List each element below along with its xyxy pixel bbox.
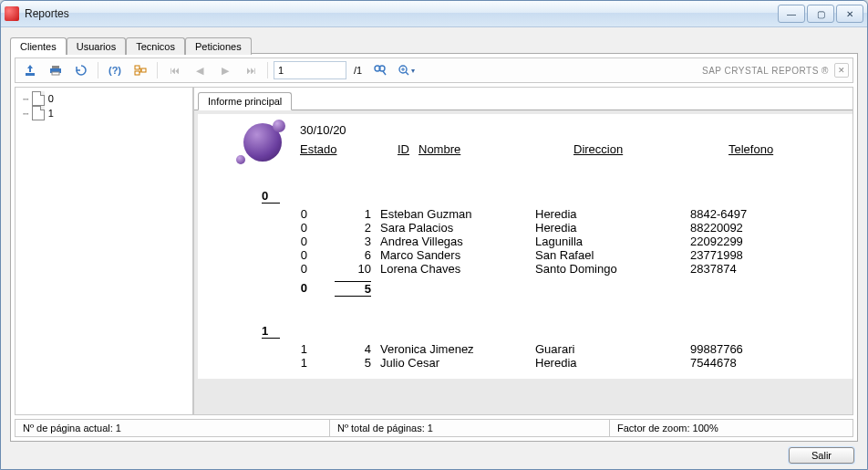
tab-peticiones[interactable]: Peticiones [185, 37, 252, 55]
table-row: 06Marco SandersSan Rafael23771998 [262, 248, 852, 262]
status-total-pages: Nº total de páginas: 1 [330, 420, 610, 436]
document-icon [32, 91, 45, 106]
group-header: 0 [262, 189, 280, 204]
client-area: Clientes Usuarios Tecnicos Peticiones (?… [1, 27, 867, 469]
table-row: 15Julio CesarHeredia7544678 [262, 356, 852, 370]
report-pane: Informe principal 30/10/20 Estado ID [193, 87, 853, 415]
salir-button[interactable]: Salir [789, 447, 854, 464]
params-icon[interactable]: (?) [104, 60, 126, 80]
svg-rect-4 [135, 66, 140, 69]
svg-rect-1 [52, 66, 59, 68]
page-count-label: /1 [354, 65, 362, 76]
group-subtotal: 0 5 [262, 281, 852, 297]
app-window: Reportes — ▢ ✕ Clientes Usuarios Tecnico… [0, 0, 868, 470]
first-page-icon[interactable]: ⏮ [163, 60, 185, 80]
table-row: 010Lorena ChavesSanto Domingo2837874 [262, 262, 852, 276]
refresh-icon[interactable] [70, 60, 92, 80]
report-page: 30/10/20 Estado ID Nombre Direccion Tele… [198, 114, 852, 379]
viewer-close-icon[interactable]: ✕ [834, 63, 849, 78]
svg-rect-6 [141, 68, 146, 72]
tab-clientes[interactable]: Clientes [10, 37, 67, 55]
svg-rect-0 [26, 73, 35, 76]
status-zoom: Factor de zoom: 100% [610, 420, 852, 436]
svg-line-11 [383, 71, 386, 75]
page-number-input[interactable] [274, 61, 346, 79]
main-tabs: Clientes Usuarios Tecnicos Peticiones [10, 37, 858, 54]
window-title: Reportes [25, 7, 778, 20]
group-header: 1 [262, 324, 280, 339]
print-icon[interactable] [45, 60, 67, 80]
prev-page-icon[interactable]: ◀ [189, 60, 211, 80]
close-button[interactable]: ✕ [836, 5, 863, 23]
status-bar: Nº de página actual: 1 Nº total de págin… [15, 419, 853, 437]
svg-rect-5 [135, 71, 140, 75]
column-headers: Estado ID Nombre Direccion Telefono [300, 142, 829, 156]
titlebar: Reportes — ▢ ✕ [1, 1, 867, 27]
status-current-page: Nº de página actual: 1 [16, 420, 330, 436]
maximize-button[interactable]: ▢ [807, 5, 834, 23]
table-row: 01Esteban GuzmanHeredia8842-6497 [262, 207, 852, 221]
svg-rect-3 [52, 72, 59, 75]
export-icon[interactable] [19, 60, 41, 80]
brand-label: SAP CRYSTAL REPORTS ® [702, 66, 829, 76]
report-viewport[interactable]: 30/10/20 Estado ID Nombre Direccion Tele… [194, 110, 852, 414]
last-page-icon[interactable]: ⏭ [240, 60, 262, 80]
document-icon [32, 106, 45, 120]
minimize-button[interactable]: — [778, 5, 805, 23]
table-row: 02Sara PalaciosHeredia88220092 [262, 221, 852, 235]
svg-line-13 [406, 72, 408, 75]
next-page-icon[interactable]: ▶ [214, 60, 236, 80]
report-logo-icon [243, 123, 282, 162]
tab-tecnicos[interactable]: Tecnicos [126, 37, 185, 55]
report-date: 30/10/20 [300, 123, 829, 137]
tree-toggle-icon[interactable] [129, 60, 151, 80]
table-row: 03Andrea VillegasLagunilla22092299 [262, 235, 852, 248]
report-toolbar: (?) ⏮ ◀ ▶ ⏭ /1 ▾ SAP CRYSTAL REPORTS ® ✕ [15, 57, 853, 83]
table-row: 14Veronica JimenezGuarari99887766 [262, 342, 852, 356]
app-icon [5, 6, 19, 21]
tab-informe-principal[interactable]: Informe principal [198, 92, 292, 110]
zoom-icon[interactable]: ▾ [395, 60, 417, 80]
find-icon[interactable] [369, 60, 391, 80]
tab-panel: (?) ⏮ ◀ ▶ ⏭ /1 ▾ SAP CRYSTAL REPORTS ® ✕ [10, 53, 858, 442]
tree-item[interactable]: ⋯ 0 [17, 91, 191, 106]
tab-usuarios[interactable]: Usuarios [67, 37, 126, 55]
tree-item[interactable]: ⋯ 1 [17, 106, 191, 120]
group-tree: ⋯ 0 ⋯ 1 [15, 87, 193, 415]
